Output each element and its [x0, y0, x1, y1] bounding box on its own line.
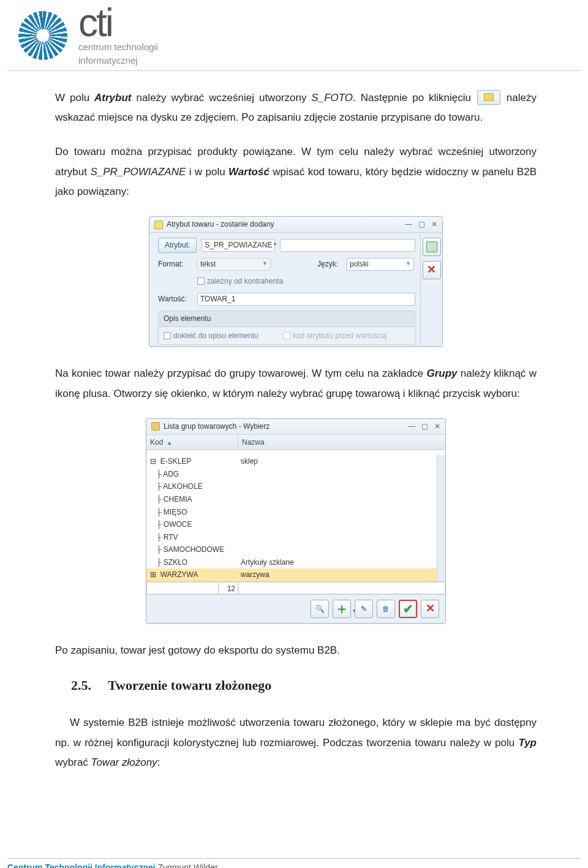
- jezyk-label: Język:: [317, 259, 342, 270]
- list-item[interactable]: ├ RTV: [146, 531, 445, 544]
- cell-kod: ├ SAMOCHODOWE: [146, 543, 238, 556]
- paragraph-5: W systemie B2B istnieje możliwość utworz…: [55, 713, 537, 772]
- titlebar: Lista grup towarowych - Wybierz — ▢ ✕: [146, 419, 445, 435]
- t: S_FOTO: [311, 92, 353, 104]
- cell-kod: ├ ADG: [146, 468, 238, 481]
- wartosc-input[interactable]: TOWAR_1: [197, 293, 415, 306]
- logo-sub2: informatycznej: [78, 55, 158, 66]
- scrollbar[interactable]: [437, 455, 445, 581]
- maximize-icon[interactable]: ▢: [421, 421, 428, 432]
- folder-browse-icon: [477, 90, 500, 105]
- close-button[interactable]: ✕: [421, 600, 439, 618]
- cell-kod: ├ MIĘSO: [146, 506, 238, 519]
- paragraph-3: Na koniec towar należy przypisać do grup…: [55, 364, 537, 404]
- chevron-down-icon: ▼: [272, 241, 277, 249]
- cell-nazwa: [238, 480, 445, 493]
- list-item[interactable]: ├ ADG: [146, 468, 445, 481]
- paragraph-1: W polu Atrybut należy wybrać wcześniej u…: [55, 88, 537, 128]
- minimize-icon[interactable]: —: [405, 219, 412, 230]
- cell-nazwa: [238, 493, 445, 506]
- cell-nazwa: sklep: [238, 455, 445, 468]
- opis-header: Opis elementu: [159, 311, 415, 327]
- section-title: Tworzenie towaru złożonego: [108, 677, 271, 693]
- screenshot-attribute-dialog: Atrybut towaru - zostanie dodany — ▢ ✕ A…: [149, 216, 443, 347]
- chk-label: zależny od kontrahenta: [207, 276, 283, 287]
- list-item[interactable]: ├ OWOCE: [146, 518, 445, 531]
- cell-nazwa: [238, 543, 445, 556]
- view-button[interactable]: 🔍: [311, 600, 329, 618]
- delete-button[interactable]: 🗑: [377, 600, 395, 618]
- cell-nazwa: [238, 468, 445, 481]
- t: S_PR_POWIAZANE: [90, 166, 186, 178]
- minimize-icon[interactable]: —: [408, 421, 415, 432]
- binoculars-icon: 🔍: [315, 603, 325, 615]
- atrybut-button[interactable]: Atrybut:: [158, 238, 197, 253]
- col-nazwa[interactable]: Nazwa: [238, 435, 445, 450]
- filter-nazwa[interactable]: [238, 582, 445, 594]
- window-controls: — ▢ ✕: [408, 421, 440, 432]
- cell-kod: ├ ALKOHOLE: [146, 480, 238, 493]
- window-icon: [151, 422, 160, 431]
- jezyk-combo[interactable]: polski▼: [347, 258, 414, 271]
- row-count: 12: [219, 582, 238, 594]
- atrybut-extra-input[interactable]: [280, 239, 415, 252]
- toolbar: 🔍 ＋▾ ✎ 🗑 ✔ ✕: [146, 595, 445, 623]
- close-icon[interactable]: ✕: [434, 421, 440, 432]
- combo-value: polski: [350, 259, 369, 270]
- filter-kod[interactable]: [146, 582, 219, 594]
- add-button[interactable]: ＋▾: [333, 600, 351, 618]
- logo-mark-icon: [18, 11, 67, 60]
- sort-asc-icon: ▲: [167, 440, 172, 446]
- t: W systemie B2B istnieje możliwość utworz…: [55, 717, 537, 748]
- plus-icon: ＋: [335, 598, 349, 619]
- save-button[interactable]: [423, 238, 441, 256]
- dokleic-checkbox[interactable]: dokleić do opisu elementu: [164, 330, 258, 342]
- list-item[interactable]: ├ MIĘSO: [146, 506, 445, 519]
- format-combo[interactable]: tekst▼: [197, 258, 271, 271]
- logo-text: cti centrum technologii informatycznej: [78, 6, 158, 66]
- footer-line1: Centrum Technologii Informatycznej Zygmu…: [7, 861, 581, 868]
- section-num: 2.5.: [71, 675, 108, 696]
- check-icon: ✔: [403, 600, 413, 619]
- close-icon[interactable]: ✕: [431, 219, 437, 230]
- cell-kod: ⊟ E-SKLEP: [146, 455, 238, 468]
- cancel-button[interactable]: ✕: [423, 261, 441, 279]
- atrybut-combo[interactable]: S_PR_POWIAZANE▼: [202, 239, 275, 252]
- t: należy wybrać wcześniej utworzony: [132, 92, 312, 104]
- chk-label: kod atrybutu przed wartością: [293, 330, 386, 342]
- tree-list[interactable]: ⊟ E-SKLEPsklep ├ ADG ├ ALKOHOLE ├ CHEMIA…: [146, 455, 445, 582]
- window-title: Atrybut towaru - zostanie dodany: [167, 219, 274, 230]
- opis-elementu-panel: Opis elementu dokleić do opisu elementu …: [158, 311, 415, 345]
- list-item[interactable]: ⊞ WARZYWAwarzywa: [146, 568, 445, 581]
- cell-nazwa: Artykuły szklane: [238, 556, 445, 569]
- select-button[interactable]: ✔: [399, 600, 417, 618]
- section-heading: 2.5.Tworzenie towaru złożonego: [71, 675, 537, 696]
- list-item[interactable]: ├ ALKOHOLE: [146, 480, 445, 493]
- list-item[interactable]: ⊟ E-SKLEPsklep: [146, 455, 445, 468]
- cell-kod: ├ RTV: [146, 531, 238, 544]
- t: Wartość: [228, 166, 270, 178]
- t: W polu: [55, 92, 94, 104]
- col-kod[interactable]: Kod▲: [146, 435, 238, 450]
- t: . Następnie po kliknięciu: [353, 92, 476, 104]
- list-item[interactable]: ├ SZKŁOArtykuły szklane: [146, 556, 445, 569]
- footer-brand: Centrum Technologii Informatycznej: [7, 862, 158, 868]
- wand-icon: ✎: [361, 603, 367, 615]
- footer-owner: Zygmunt Wilder: [158, 862, 218, 868]
- maximize-icon[interactable]: ▢: [418, 219, 425, 230]
- page-header: cti centrum technologii informatycznej: [7, 4, 581, 71]
- trash-icon: 🗑: [382, 603, 390, 615]
- t: Atrybut: [94, 92, 131, 104]
- cell-kod: ├ SZKŁO: [146, 556, 238, 569]
- list-item[interactable]: ├ CHEMIA: [146, 493, 445, 506]
- cell-kod: ├ OWOCE: [146, 518, 238, 531]
- chevron-down-icon: ▼: [405, 260, 411, 268]
- kodattr-checkbox: kod atrybutu przed wartością: [283, 330, 386, 342]
- cell-nazwa: [238, 531, 445, 544]
- window-icon: [154, 221, 163, 229]
- list-item[interactable]: ├ SAMOCHODOWE: [146, 543, 445, 556]
- t: wybrać: [55, 757, 91, 768]
- wartosc-label: Wartość:: [158, 293, 192, 305]
- kontrahent-checkbox[interactable]: zależny od kontrahenta: [197, 276, 283, 287]
- edit-button[interactable]: ✎: [355, 600, 373, 618]
